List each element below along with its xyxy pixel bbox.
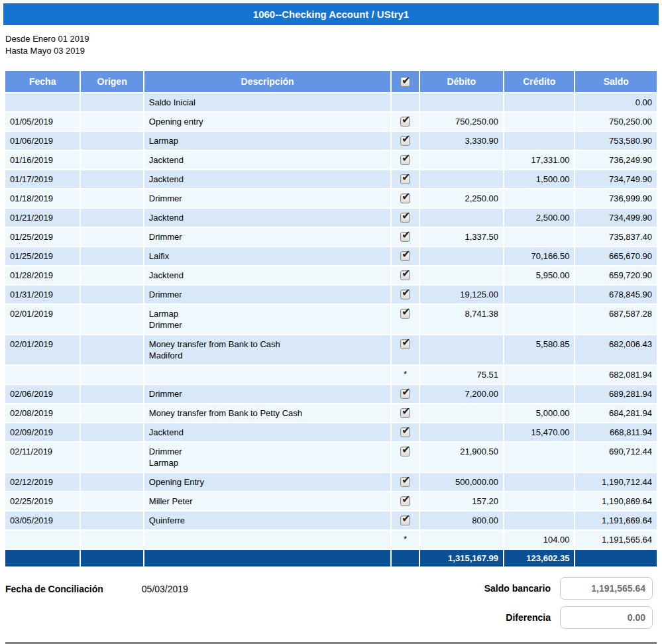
cell-descripcion: Saldo Inicial [144,93,391,111]
cell-saldo: 684,281.94 [575,404,657,422]
description-line: Jacktend [149,427,386,438]
difference-input[interactable] [560,606,653,629]
cell-saldo: 690,712.44 [575,443,657,472]
column-header-check [392,71,418,92]
page-title: 1060--Checking Account / UStry1 [253,9,409,20]
cell-estado [392,93,418,111]
description-line: Jacktend [149,212,386,223]
table-row: 02/12/2019Opening Entry500,000.001,190,7… [5,473,657,491]
row-checkbox[interactable] [400,477,410,487]
table-row: 01/31/2019Drimmer19,125.00678,845.90 [5,286,657,303]
cell-descripcion: LarmapDrimmer [144,305,391,334]
cell-credito [504,189,574,207]
cell-descripcion: Jacktend [144,266,391,284]
cell-descripcion: DrimmerLarmap [144,443,391,472]
cell-descripcion [144,531,391,549]
cell-debito [420,170,504,188]
cell-origen [81,132,142,150]
row-checkbox[interactable] [400,213,410,223]
row-checkbox[interactable] [400,290,410,299]
cell-saldo: 1,190,869.64 [575,492,657,510]
row-checkbox[interactable] [400,232,410,242]
totals-row: 1,315,167.99 123,602.35 [5,550,657,566]
reconciliation-date-label: Fecha de Conciliación [5,584,103,629]
cell-origen [81,247,142,265]
column-header-origen: Origen [81,71,142,92]
cell-estado [392,151,418,169]
pending-marker: * [404,534,407,544]
cell-origen [81,531,142,549]
cell-credito [504,305,574,334]
cell-origen [81,228,142,246]
bank-balance-group: Saldo bancario [484,577,653,600]
row-checkbox[interactable] [400,155,410,165]
row-checkbox[interactable] [400,496,410,506]
cell-origen [81,335,142,364]
cell-saldo: 736,999.90 [575,189,657,207]
cell-estado [392,113,418,131]
cell-credito: 70,166.50 [504,247,574,265]
cell-origen [81,189,142,207]
row-checkbox[interactable] [400,389,410,399]
cell-fecha: 02/01/2019 [5,305,80,334]
cell-saldo: 682,081.94 [575,366,657,384]
table-row: 01/17/2019Jacktend1,500.00734,749.90 [5,170,657,188]
totals-descripcion-cell [144,550,391,566]
cell-descripcion [144,366,391,384]
reconciliation-table: Fecha Origen Descripción Débito Crédito … [4,70,658,568]
cell-origen [81,492,142,510]
row-checkbox[interactable] [400,193,410,203]
description-line: Madiford [149,350,386,361]
row-checkbox[interactable] [400,136,410,146]
cell-fecha: 01/06/2019 [5,132,80,150]
description-line: Money transfer from Bank to Petty Cash [149,407,386,419]
row-checkbox[interactable] [400,339,410,349]
description-line: Larmap [149,457,386,468]
cell-origen [81,385,142,403]
cell-estado [392,228,418,246]
cell-fecha: 01/16/2019 [5,151,80,169]
row-checkbox[interactable] [400,174,410,184]
table-row: 02/09/2019Jacktend15,470.00668,811.94 [5,423,657,441]
cell-debito: 750,250.00 [420,113,504,131]
row-checkbox[interactable] [400,427,410,437]
table-row: 02/01/2019Money transfer from Bank to Ca… [5,335,657,364]
table-row: 01/25/2019Laifix70,166.50665,670.90 [5,247,657,265]
description-line: Opening entry [149,116,386,127]
cell-fecha: 01/18/2019 [5,189,80,207]
bank-balance-input[interactable] [560,577,653,600]
row-checkbox[interactable] [400,117,410,127]
select-all-checkbox[interactable] [400,77,410,87]
row-checkbox[interactable] [400,251,410,261]
description-line: Quinferre [149,515,386,526]
cell-estado: * [392,531,418,549]
cell-descripcion: Jacktend [144,151,391,169]
column-header-fecha: Fecha [5,71,80,92]
cell-estado [392,335,418,364]
cell-estado [392,170,418,188]
cell-saldo: 750,250.00 [575,113,657,131]
cell-debito [420,209,504,227]
cell-credito [504,286,574,303]
bank-balance-label: Saldo bancario [484,583,551,594]
cell-saldo: 682,006.43 [575,335,657,364]
cell-descripcion: Drimmer [144,385,391,403]
cell-debito: 75.51 [420,366,504,384]
table-row: Saldo Inicial0.00 [5,93,657,111]
cell-origen [81,93,142,111]
cell-saldo: 753,580.90 [575,132,657,150]
row-checkbox[interactable] [400,447,410,456]
cell-fecha: 01/31/2019 [5,286,80,303]
row-checkbox[interactable] [400,515,410,525]
cell-origen [81,151,142,169]
cell-descripcion: Opening entry [144,113,391,131]
table-row: 01/21/2019Jacktend2,500.00734,499.90 [5,209,657,227]
row-checkbox[interactable] [400,309,410,319]
row-checkbox[interactable] [400,408,410,418]
column-header-saldo: Saldo [575,71,657,92]
cell-estado [392,423,418,441]
row-checkbox[interactable] [400,270,410,280]
cell-descripcion: Jacktend [144,423,391,441]
cell-origen [81,366,142,384]
cell-debito [420,247,504,265]
